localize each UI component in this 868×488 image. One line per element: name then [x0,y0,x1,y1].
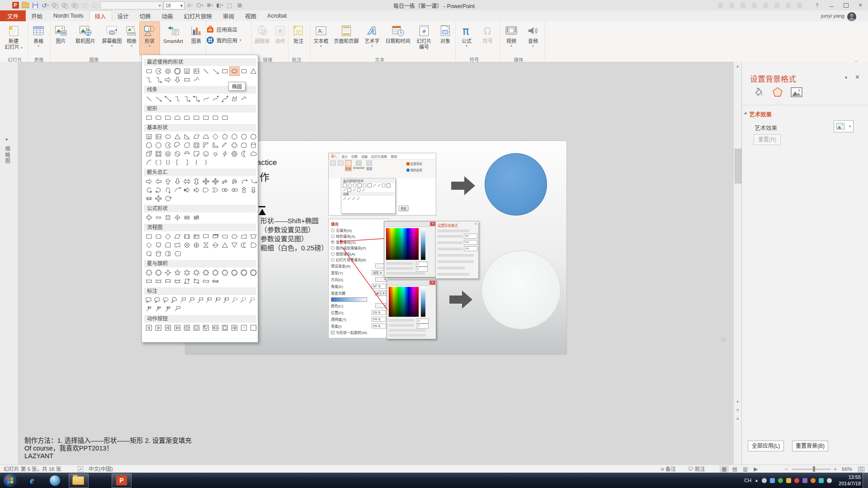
ribbon-button-date-time[interactable]: 日期和时间 [383,22,413,55]
shape-ac-l[interactable] [230,186,239,194]
shape-round1[interactable] [192,113,201,122]
fill-bucket-icon[interactable] [752,85,765,99]
shape-lc3a[interactable] [222,296,230,305]
shape-pie[interactable] [163,141,173,150]
shape-hexagon[interactable] [230,132,239,141]
expand-pane-icon[interactable]: ▸ [6,136,8,141]
shape-notequal[interactable] [192,213,201,222]
shape-vscroll[interactable] [182,277,192,286]
zoom-percent[interactable]: 66% [842,465,852,473]
shape-sort[interactable] [211,241,220,249]
shape-can[interactable] [249,141,258,150]
update-icon[interactable] [794,478,799,483]
pane-menu-icon[interactable]: ▼ [844,75,848,80]
shape-manualinput[interactable] [239,232,249,241]
shape-star5[interactable] [173,268,182,277]
zoom-in-button[interactable]: + [834,465,837,473]
shape-plus[interactable] [144,213,154,222]
shape-arrow-ud[interactable] [192,177,201,186]
artistic-effects-section[interactable]: 艺术效果 [749,110,772,118]
shape-predefined[interactable] [182,232,192,241]
shape-halfframe[interactable] [201,141,211,150]
shape-textbox[interactable]: A [182,67,192,75]
zoom-slider-track[interactable] [792,469,831,470]
help-button[interactable]: ? [811,1,823,9]
shape-lc3an[interactable] [163,305,173,313]
shape-ribbon-curve-up[interactable] [163,277,173,286]
shape-preparation[interactable] [230,232,239,241]
language-indicator[interactable]: 中文(中国) [89,465,113,473]
shape-wave[interactable] [201,277,211,286]
shape-scribble[interactable] [239,94,249,103]
account-name[interactable]: junyi yang [821,13,844,19]
shape-doublewave[interactable] [211,277,220,286]
shape-foldedcorner[interactable] [192,150,201,158]
shape-curved-d[interactable] [249,177,258,186]
shape-burst8[interactable] [144,268,154,277]
shape-data[interactable] [173,232,182,241]
shape-lbrace[interactable] [192,158,201,167]
start-button[interactable] [4,474,17,487]
shape-arrow-u[interactable] [163,177,173,186]
ribbon-button-textbox[interactable]: A文本框▾ [311,22,331,55]
shape-elbow[interactable] [173,94,182,103]
internet-explorer-icon[interactable]: e [26,474,38,486]
shape-curve[interactable] [201,94,211,103]
shape-seqaccess[interactable] [144,249,154,258]
comments-toggle[interactable]: 🗩 批注 [688,465,705,473]
shape-ac-u[interactable] [239,186,249,194]
shape-ac-quad[interactable] [154,194,163,203]
ribbon-button-photo-album[interactable]: 相册▾ [124,22,139,55]
shape-lc2a[interactable] [213,296,222,305]
shape-manualop[interactable] [249,232,258,241]
shape-arcarrow[interactable] [173,186,182,194]
tab-开始[interactable]: 开始 [26,10,48,21]
shape-bracketpair[interactable] [154,158,163,167]
gradient-circle-shape[interactable] [481,250,561,329]
avatar[interactable] [847,12,856,21]
shape-bracepair[interactable] [163,158,173,167]
shape-circ-r[interactable] [154,186,163,194]
file-explorer-icon[interactable] [72,474,84,486]
shape-lc1[interactable] [179,296,187,305]
shape-star24[interactable] [239,268,249,277]
shape-display[interactable] [173,249,182,258]
shape-elbowarrow[interactable] [182,94,192,103]
shape-dblarrow[interactable] [163,94,173,103]
artistic-effect-dropdown[interactable]: ▾ [834,120,854,132]
shape-star16[interactable] [230,268,239,277]
shape-internal[interactable] [192,232,201,241]
shape-ab-doc[interactable] [220,324,230,332]
shape-connector[interactable] [144,241,154,249]
slide-sorter-view-button[interactable]: ▤ [730,465,739,473]
security-icon[interactable] [786,478,791,483]
shape-lightning[interactable] [220,150,230,158]
shape-arrow-lr[interactable] [182,177,192,186]
minimize-button[interactable] [826,1,837,9]
menu-resize-grip[interactable] [721,337,726,342]
shape-plaque[interactable] [239,141,249,150]
shape-ac-d[interactable] [249,186,258,194]
shape-lc1an[interactable] [144,305,154,313]
shape-diagstripe[interactable] [220,141,230,150]
shape-arrow-r[interactable] [144,177,154,186]
music-icon[interactable] [802,478,807,483]
shape-arrowline[interactable] [154,94,163,103]
shape-donut[interactable] [163,67,173,75]
shape-circulararrow[interactable] [163,194,173,203]
ribbon-button-table[interactable]: 表格▾ [28,22,48,55]
cloud-icon[interactable] [770,478,775,483]
shape-rect[interactable] [220,67,230,75]
shape-vtextbox[interactable]: A [154,132,163,141]
shape-moon[interactable] [239,150,249,158]
shape-ribbon-up[interactable] [144,277,154,286]
shape-offpage[interactable] [154,241,163,249]
apply-to-all-button[interactable]: 全部应用(L) [748,441,784,451]
shape-minus[interactable] [154,213,163,222]
shape-lc3[interactable] [196,296,204,305]
shape-notched[interactable] [192,186,201,194]
shape-rect[interactable] [144,113,154,122]
shape-ab-return[interactable] [201,324,211,332]
shape-rbracket[interactable] [182,158,192,167]
tab-切换[interactable]: 切换 [134,10,156,21]
